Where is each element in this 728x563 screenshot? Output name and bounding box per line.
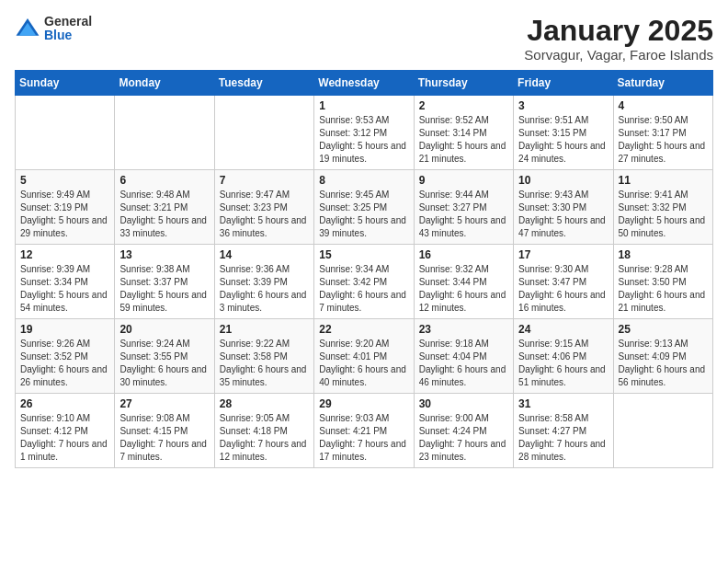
col-sunday: Sunday (16, 71, 115, 96)
day-info: Sunrise: 9:47 AM Sunset: 3:23 PM Dayligh… (220, 189, 309, 240)
calendar-cell: 5Sunrise: 9:49 AM Sunset: 3:19 PM Daylig… (16, 170, 115, 245)
calendar-cell: 2Sunrise: 9:52 AM Sunset: 3:14 PM Daylig… (414, 96, 513, 170)
day-number: 19 (20, 323, 109, 336)
calendar-cell: 1Sunrise: 9:53 AM Sunset: 3:12 PM Daylig… (314, 96, 414, 170)
day-number: 24 (518, 323, 608, 336)
calendar-cell: 22Sunrise: 9:20 AM Sunset: 4:01 PM Dayli… (314, 319, 414, 394)
page-header: General Blue January 2025 Sorvagur, Vaga… (15, 15, 713, 63)
calendar-cell (16, 96, 115, 170)
calendar-cell: 14Sunrise: 9:36 AM Sunset: 3:39 PM Dayli… (214, 245, 313, 319)
day-number: 2 (419, 99, 508, 112)
day-info: Sunrise: 9:03 AM Sunset: 4:21 PM Dayligh… (319, 412, 408, 464)
calendar-cell: 15Sunrise: 9:34 AM Sunset: 3:42 PM Dayli… (314, 245, 414, 319)
calendar-cell: 20Sunrise: 9:24 AM Sunset: 3:55 PM Dayli… (115, 319, 214, 394)
day-number: 26 (20, 397, 109, 410)
logo-text: General Blue (44, 15, 92, 43)
calendar-cell: 31Sunrise: 8:58 AM Sunset: 4:27 PM Dayli… (514, 394, 613, 468)
day-number: 7 (220, 174, 309, 187)
day-number: 14 (220, 248, 309, 261)
calendar-cell: 23Sunrise: 9:18 AM Sunset: 4:04 PM Dayli… (414, 319, 513, 394)
calendar-cell: 16Sunrise: 9:32 AM Sunset: 3:44 PM Dayli… (414, 245, 513, 319)
day-info: Sunrise: 9:30 AM Sunset: 3:47 PM Dayligh… (518, 263, 608, 315)
calendar-cell (115, 96, 214, 170)
title-block: January 2025 Sorvagur, Vagar, Faroe Isla… (524, 15, 713, 63)
day-number: 8 (319, 174, 408, 187)
calendar-week-row: 19Sunrise: 9:26 AM Sunset: 3:52 PM Dayli… (16, 319, 713, 394)
calendar-cell: 17Sunrise: 9:30 AM Sunset: 3:47 PM Dayli… (514, 245, 613, 319)
calendar-cell: 26Sunrise: 9:10 AM Sunset: 4:12 PM Dayli… (16, 394, 115, 468)
day-info: Sunrise: 9:32 AM Sunset: 3:44 PM Dayligh… (419, 263, 508, 315)
day-info: Sunrise: 9:05 AM Sunset: 4:18 PM Dayligh… (220, 412, 309, 464)
day-info: Sunrise: 9:39 AM Sunset: 3:34 PM Dayligh… (20, 263, 109, 315)
day-number: 5 (20, 174, 109, 187)
calendar-cell: 29Sunrise: 9:03 AM Sunset: 4:21 PM Dayli… (314, 394, 414, 468)
calendar-cell: 25Sunrise: 9:13 AM Sunset: 4:09 PM Dayli… (613, 319, 712, 394)
day-info: Sunrise: 9:18 AM Sunset: 4:04 PM Dayligh… (419, 338, 508, 389)
day-number: 17 (518, 248, 608, 261)
logo-icon (15, 16, 40, 41)
calendar-cell: 19Sunrise: 9:26 AM Sunset: 3:52 PM Dayli… (16, 319, 115, 394)
col-monday: Monday (115, 71, 214, 96)
calendar-cell: 8Sunrise: 9:45 AM Sunset: 3:25 PM Daylig… (314, 170, 414, 245)
day-number: 22 (319, 323, 408, 336)
day-info: Sunrise: 9:28 AM Sunset: 3:50 PM Dayligh… (619, 263, 708, 315)
calendar-cell: 9Sunrise: 9:44 AM Sunset: 3:27 PM Daylig… (414, 170, 513, 245)
calendar-week-row: 1Sunrise: 9:53 AM Sunset: 3:12 PM Daylig… (16, 96, 713, 170)
day-info: Sunrise: 9:22 AM Sunset: 3:58 PM Dayligh… (220, 338, 309, 389)
day-info: Sunrise: 9:20 AM Sunset: 4:01 PM Dayligh… (319, 338, 408, 389)
day-number: 1 (319, 99, 408, 112)
calendar-header-row: Sunday Monday Tuesday Wednesday Thursday… (16, 71, 713, 96)
day-number: 12 (20, 248, 109, 261)
day-info: Sunrise: 9:45 AM Sunset: 3:25 PM Dayligh… (319, 189, 408, 240)
logo-blue: Blue (44, 29, 92, 42)
day-number: 23 (419, 323, 508, 336)
calendar-cell: 6Sunrise: 9:48 AM Sunset: 3:21 PM Daylig… (115, 170, 214, 245)
day-info: Sunrise: 9:38 AM Sunset: 3:37 PM Dayligh… (119, 263, 209, 315)
calendar-cell: 7Sunrise: 9:47 AM Sunset: 3:23 PM Daylig… (214, 170, 313, 245)
logo-general: General (44, 15, 92, 29)
calendar-table: Sunday Monday Tuesday Wednesday Thursday… (15, 70, 713, 468)
day-info: Sunrise: 9:52 AM Sunset: 3:14 PM Dayligh… (419, 114, 508, 166)
calendar-cell: 11Sunrise: 9:41 AM Sunset: 3:32 PM Dayli… (613, 170, 712, 245)
calendar-title: January 2025 (524, 15, 713, 47)
day-info: Sunrise: 8:58 AM Sunset: 4:27 PM Dayligh… (518, 412, 608, 464)
day-number: 18 (619, 248, 708, 261)
col-wednesday: Wednesday (314, 71, 414, 96)
day-info: Sunrise: 9:41 AM Sunset: 3:32 PM Dayligh… (619, 189, 708, 240)
calendar-cell: 10Sunrise: 9:43 AM Sunset: 3:30 PM Dayli… (514, 170, 613, 245)
day-number: 4 (619, 99, 708, 112)
calendar-cell: 21Sunrise: 9:22 AM Sunset: 3:58 PM Dayli… (214, 319, 313, 394)
calendar-cell: 18Sunrise: 9:28 AM Sunset: 3:50 PM Dayli… (613, 245, 712, 319)
day-info: Sunrise: 9:49 AM Sunset: 3:19 PM Dayligh… (20, 189, 109, 240)
day-number: 30 (419, 397, 508, 410)
day-info: Sunrise: 9:24 AM Sunset: 3:55 PM Dayligh… (119, 338, 209, 389)
day-number: 25 (619, 323, 708, 336)
day-number: 16 (419, 248, 508, 261)
day-number: 20 (119, 323, 209, 336)
day-number: 13 (119, 248, 209, 261)
day-number: 28 (220, 397, 309, 410)
day-number: 31 (518, 397, 608, 410)
day-number: 21 (220, 323, 309, 336)
calendar-week-row: 5Sunrise: 9:49 AM Sunset: 3:19 PM Daylig… (16, 170, 713, 245)
calendar-cell: 30Sunrise: 9:00 AM Sunset: 4:24 PM Dayli… (414, 394, 513, 468)
calendar-week-row: 12Sunrise: 9:39 AM Sunset: 3:34 PM Dayli… (16, 245, 713, 319)
calendar-cell: 3Sunrise: 9:51 AM Sunset: 3:15 PM Daylig… (514, 96, 613, 170)
day-info: Sunrise: 9:48 AM Sunset: 3:21 PM Dayligh… (119, 189, 209, 240)
calendar-cell: 24Sunrise: 9:15 AM Sunset: 4:06 PM Dayli… (514, 319, 613, 394)
day-info: Sunrise: 9:13 AM Sunset: 4:09 PM Dayligh… (619, 338, 708, 389)
day-number: 29 (319, 397, 408, 410)
day-info: Sunrise: 9:44 AM Sunset: 3:27 PM Dayligh… (419, 189, 508, 240)
day-info: Sunrise: 9:15 AM Sunset: 4:06 PM Dayligh… (518, 338, 608, 389)
day-number: 9 (419, 174, 508, 187)
calendar-cell (613, 394, 712, 468)
calendar-cell: 27Sunrise: 9:08 AM Sunset: 4:15 PM Dayli… (115, 394, 214, 468)
day-number: 27 (119, 397, 209, 410)
day-number: 10 (518, 174, 608, 187)
col-tuesday: Tuesday (214, 71, 313, 96)
day-info: Sunrise: 9:34 AM Sunset: 3:42 PM Dayligh… (319, 263, 408, 315)
calendar-cell: 12Sunrise: 9:39 AM Sunset: 3:34 PM Dayli… (16, 245, 115, 319)
col-friday: Friday (514, 71, 613, 96)
day-info: Sunrise: 9:00 AM Sunset: 4:24 PM Dayligh… (419, 412, 508, 464)
day-info: Sunrise: 9:51 AM Sunset: 3:15 PM Dayligh… (518, 114, 608, 166)
